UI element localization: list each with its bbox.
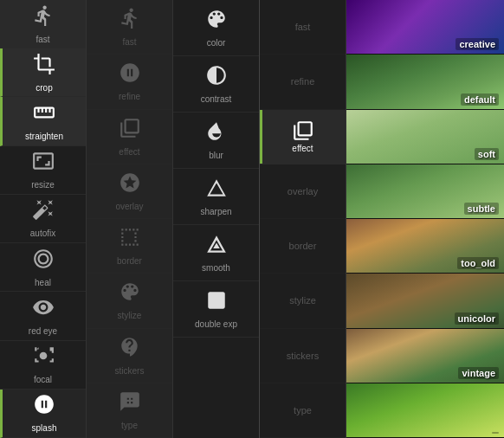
filter-label-border[interactable]: border <box>260 219 346 274</box>
filter-vintage-label: vintage <box>458 367 499 379</box>
tool-stylize-2[interactable]: stylize <box>87 274 172 328</box>
tool-contrast-label: contrast <box>201 94 232 104</box>
tool-effect-2-label: effect <box>119 147 139 157</box>
color-icon <box>205 8 228 35</box>
filter-thumb-soft[interactable]: soft <box>346 110 504 164</box>
tool-double-exp[interactable]: double exp <box>173 281 259 338</box>
tool-blur[interactable]: blur <box>173 113 259 169</box>
filter-thumb-tooold[interactable]: too_old <box>346 219 504 274</box>
tool-smooth[interactable]: smooth <box>173 225 259 281</box>
contrast-icon <box>205 64 228 92</box>
filter-thumb-default[interactable]: default <box>346 55 504 109</box>
filter-label-stickers[interactable]: stickers <box>260 329 346 383</box>
splash-icon <box>33 393 55 421</box>
tool-sharpen-label: sharpen <box>200 207 231 216</box>
tool-border-2-label: border <box>117 256 142 266</box>
tool-type-2-label: type <box>121 421 138 430</box>
tool-refine-2-label: refine <box>119 92 140 101</box>
tool-stickers-2[interactable]: stickers <box>87 329 172 383</box>
filter-refine-label: refine <box>291 76 315 87</box>
tool-fast-2-label: fast <box>122 37 136 47</box>
filter-thumb-nature[interactable] <box>346 383 504 438</box>
red-eye-icon <box>32 296 55 324</box>
tool-stylize-2-label: stylize <box>118 311 142 320</box>
tool-color[interactable]: color <box>173 0 259 56</box>
tool-red-eye-label: red eye <box>29 326 57 336</box>
tool-refine-2[interactable]: refine <box>87 55 172 109</box>
resize-icon <box>32 150 55 177</box>
tool-contrast[interactable]: contrast <box>173 56 259 113</box>
filter-label-type[interactable]: type <box>260 383 346 438</box>
filter-unicolor-label: unicolor <box>455 312 499 325</box>
filter-labels-column: fast refine effect overlay border styliz… <box>260 0 346 438</box>
border-icon-2 <box>119 226 141 254</box>
tools-panel-mid-right: color contrast blur sharpen smooth doub <box>173 0 260 438</box>
autofix-icon <box>32 198 55 226</box>
tool-fast-2[interactable]: fast <box>87 0 172 55</box>
tool-straighten-label: straighten <box>25 132 63 141</box>
double-exp-icon <box>205 289 228 317</box>
tool-overlay-2[interactable]: overlay <box>87 164 172 219</box>
filter-fast-label: fast <box>295 22 311 32</box>
blur-icon <box>205 120 228 148</box>
filter-overlay-label: overlay <box>288 186 318 196</box>
filter-soft-label: soft <box>475 148 499 160</box>
tool-heal[interactable]: heal <box>0 243 86 292</box>
filter-thumb-creative[interactable]: creative <box>346 0 504 55</box>
tool-stickers-2-label: stickers <box>115 366 145 376</box>
tool-focal-label: focal <box>34 375 52 384</box>
tool-crop-label: crop <box>36 83 52 93</box>
stickers-icon-2 <box>119 336 141 364</box>
tool-autofix-label: autofix <box>30 229 55 238</box>
filter-tooold-label: too_old <box>457 257 499 269</box>
filter-thumb-subtle[interactable]: subtle <box>346 164 504 219</box>
filter-nature-label <box>492 432 499 434</box>
tools-panel-left: fast crop straighten resize autofix heal <box>0 0 87 438</box>
tool-red-eye[interactable]: red eye <box>0 292 86 340</box>
type-icon-2 <box>119 390 141 418</box>
tool-resize[interactable]: resize <box>0 146 86 195</box>
filter-subtle-label: subtle <box>464 203 499 215</box>
tool-effect-2[interactable]: effect <box>87 110 172 164</box>
tool-sharpen[interactable]: sharpen <box>173 169 259 225</box>
filter-label-stylize[interactable]: stylize <box>260 274 346 328</box>
tool-resize-label: resize <box>31 180 55 190</box>
effect-icon-3: effect <box>292 119 314 153</box>
filter-label-effect[interactable]: effect <box>260 110 346 164</box>
filter-thumb-vintage[interactable]: vintage <box>346 329 504 383</box>
overlay-icon-2 <box>119 171 141 199</box>
tool-splash[interactable]: splash <box>0 390 86 438</box>
tool-fast-label: fast <box>36 35 49 44</box>
tool-heal-label: heal <box>35 278 51 287</box>
filter-label-overlay[interactable]: overlay <box>260 164 346 219</box>
filter-label-fast[interactable]: fast <box>260 0 346 55</box>
filter-thumb-unicolor[interactable]: unicolor <box>346 274 504 328</box>
filter-label-refine[interactable]: refine <box>260 55 346 109</box>
crop-icon <box>33 53 55 81</box>
tool-autofix[interactable]: autofix <box>0 195 86 243</box>
tool-straighten[interactable]: straighten <box>0 97 86 145</box>
smooth-icon <box>205 233 228 261</box>
tool-focal[interactable]: focal <box>0 341 86 390</box>
tool-fast[interactable]: fast <box>0 0 86 48</box>
effect-icon-2 <box>119 117 141 145</box>
stylize-icon-2 <box>119 280 141 308</box>
heal-icon <box>32 248 55 275</box>
filter-stickers-label: stickers <box>287 351 319 361</box>
filter-stylize-label: stylize <box>289 295 316 306</box>
tool-double-exp-label: double exp <box>195 319 237 329</box>
refine-icon-2 <box>119 61 141 89</box>
tool-border-2[interactable]: border <box>87 219 172 274</box>
fast-icon-2 <box>119 7 141 35</box>
filter-creative-label: creative <box>456 38 499 50</box>
straighten-icon <box>33 101 55 129</box>
tool-type-2[interactable]: type <box>87 383 172 438</box>
filter-border-label: border <box>289 241 317 251</box>
tool-crop[interactable]: crop <box>0 48 86 97</box>
filters-panel: fast refine effect overlay border styliz… <box>260 0 504 438</box>
filter-type-label: type <box>294 405 312 415</box>
tool-blur-label: blur <box>209 151 223 160</box>
filter-thumbs-column: creative default soft subtle too_old uni… <box>346 0 504 438</box>
tool-overlay-2-label: overlay <box>115 202 143 211</box>
tools-panel-mid-left: fast refine effect overlay border styliz… <box>87 0 173 438</box>
